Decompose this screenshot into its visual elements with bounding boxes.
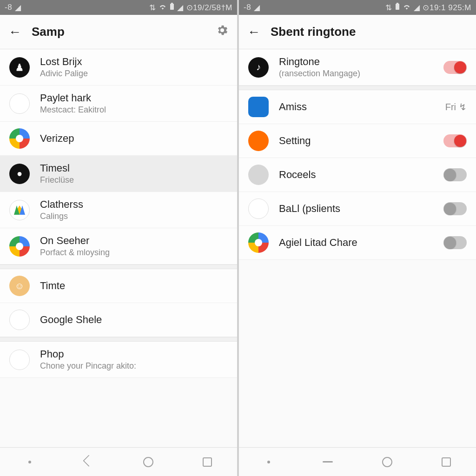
row-subtitle: Adivic Palige (40, 69, 228, 79)
svg-rect-0 (170, 4, 174, 10)
nav-home-button[interactable] (381, 456, 393, 468)
row-title: Paylet hark (40, 92, 228, 104)
item-verizep[interactable]: Verizep (0, 122, 237, 156)
row-title: Lost Brijx (40, 56, 228, 68)
row-subtitle: (ransection Mangage) (279, 69, 443, 79)
divider (239, 86, 476, 90)
divider (0, 337, 237, 342)
row-title: Ringtone (279, 56, 443, 68)
item-setting[interactable]: Setting (239, 124, 476, 158)
item-lostbrijx-icon: ♟ (9, 57, 30, 78)
row-title: Timesl (40, 162, 228, 174)
row-title: Amiss (279, 101, 445, 113)
item-agiel-icon (248, 232, 269, 253)
row-subtitle: Mestcact: Eakitrol (40, 105, 228, 115)
nav-back-button[interactable] (322, 456, 334, 468)
row-title: Agiel Litad Chare (279, 237, 443, 249)
signal-small-icon: ◢ (254, 3, 260, 13)
signal-small-icon: ◢ (15, 3, 21, 13)
ringtone-icon: ♪ (248, 57, 269, 78)
battery-icon (395, 3, 400, 13)
ringtone-list: ♪ Ringtone (ransection Mangage) AmissFri… (239, 49, 476, 447)
item-timte-icon: ☺ (9, 276, 30, 296)
nav-home-button[interactable] (142, 456, 154, 468)
signal-icon: ◢ (177, 3, 184, 13)
temp-indicator: -8 (244, 3, 251, 12)
bt-icon: ⇅ (385, 3, 392, 13)
item-roceels[interactable]: Roceels (239, 158, 476, 192)
row-title: On Seeher (40, 235, 228, 247)
item-roceels-icon (248, 165, 269, 185)
signal-icon: ◢ (414, 3, 420, 13)
item-timesl-icon: ● (9, 164, 30, 184)
nav-menu-dot[interactable] (24, 456, 36, 468)
item-bal-toggle[interactable] (443, 202, 467, 215)
item-agiel[interactable]: Agiel Litad Chare (239, 226, 476, 260)
nav-bar (239, 447, 476, 476)
item-phop-icon: ▷ (9, 350, 30, 370)
ringtone-toggle[interactable] (443, 61, 467, 74)
item-google-icon: C (9, 310, 30, 330)
right-screen: -8 ◢ ⇅ ◢ ⊙19:1 925:M ← Sbent ringtone ♪ … (239, 0, 476, 476)
back-button[interactable]: ← (247, 25, 260, 40)
left-screen: -8 ◢ ⇅ ◢ ⊙19/2/58†M ← Samp ♟Lost BrijxAd… (0, 0, 237, 476)
item-roceels-toggle[interactable] (443, 168, 467, 181)
nav-recents-button[interactable] (201, 456, 213, 468)
row-title: Setting (279, 135, 443, 147)
back-button[interactable]: ← (8, 25, 21, 40)
row-trailing: Fri↯ (445, 101, 467, 112)
item-amiss-icon (248, 97, 269, 117)
status-bar: -8 ◢ ⇅ ◢ ⊙19/2/58†M (0, 0, 237, 15)
svg-rect-3 (397, 3, 398, 4)
wifi-icon (403, 3, 411, 12)
refresh-icon: ↯ (459, 101, 467, 112)
row-title: Roceels (279, 169, 443, 181)
item-setting-toggle[interactable] (443, 134, 467, 147)
temp-indicator: -8 (5, 3, 12, 12)
row-title: Google Shele (40, 314, 228, 326)
row-subtitle: Porfact & mloysing (40, 248, 228, 258)
settings-button[interactable] (216, 24, 229, 40)
item-agiel-toggle[interactable] (443, 236, 467, 249)
item-paylet[interactable]: ⚿Paylet harkMestcact: Eakitrol (0, 86, 237, 122)
item-onseeher-icon (9, 236, 30, 257)
nav-recents-button[interactable] (440, 456, 452, 468)
battery-icon (170, 3, 174, 13)
row-subtitle: Frieclüse (40, 175, 228, 185)
item-timte[interactable]: ☺Timte (0, 269, 237, 303)
nav-back-button[interactable] (83, 456, 95, 468)
item-bal[interactable]: BaLl (pslients (239, 192, 476, 226)
nav-menu-dot[interactable] (263, 456, 275, 468)
nav-bar (0, 447, 237, 476)
row-title: BaLl (pslients (279, 203, 443, 215)
item-ringtone[interactable]: ♪ Ringtone (ransection Mangage) (239, 49, 476, 86)
status-bar: -8 ◢ ⇅ ◢ ⊙19:1 925:M (239, 0, 476, 15)
item-onseeher[interactable]: On SeeherPorfact & mloysing (0, 228, 237, 264)
page-title: Sbent ringtone (271, 25, 356, 39)
row-title: Clatherss (40, 198, 228, 211)
row-title: Verizep (40, 132, 228, 145)
item-verizep-icon (9, 128, 30, 149)
item-clatherss[interactable]: ClatherssCalings (0, 192, 237, 228)
app-bar: ← Samp (0, 15, 237, 49)
app-bar: ← Sbent ringtone (239, 15, 476, 49)
item-paylet-icon: ⚿ (9, 93, 30, 114)
item-google[interactable]: CGoogle Shele (0, 303, 237, 337)
row-title: Timte (40, 280, 228, 292)
row-subtitle: Calings (40, 212, 228, 221)
row-title: Phop (40, 348, 228, 360)
row-subtitle: Chone your Pincagr akito: (40, 361, 228, 371)
page-title: Samp (32, 25, 65, 39)
clock-text: ⊙19:1 925:M (423, 3, 471, 13)
divider (0, 264, 237, 269)
item-timesl[interactable]: ●TimeslFrieclüse (0, 156, 237, 192)
item-bal-icon (248, 198, 269, 219)
settings-list: ♟Lost BrijxAdivic Palige⚿Paylet harkMest… (0, 49, 237, 447)
item-setting-icon (248, 131, 269, 151)
svg-rect-2 (396, 4, 399, 10)
item-amiss[interactable]: AmissFri↯ (239, 90, 476, 124)
item-clatherss-icon (9, 200, 30, 220)
bt-icon: ⇅ (149, 3, 156, 13)
item-phop[interactable]: ▷PhopChone your Pincagr akito: (0, 342, 237, 378)
item-lostbrijx[interactable]: ♟Lost BrijxAdivic Palige (0, 49, 237, 86)
